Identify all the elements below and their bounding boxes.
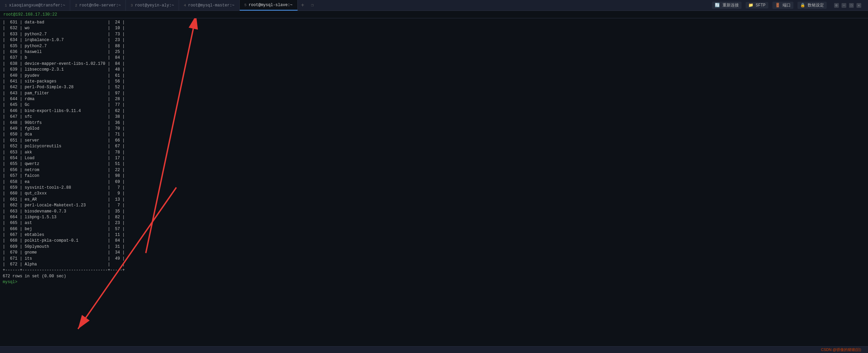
table-row: | 660 | qut_c3xxx | 9 | <box>0 191 868 197</box>
tab-number: 4 <box>184 3 186 7</box>
window-button[interactable]: ❐ <box>308 3 317 8</box>
table-row: | 652 | policycoreutils | 67 | <box>0 144 868 149</box>
table-row: | 633 | python2.7 | 73 | <box>0 32 868 37</box>
tab-5[interactable]: 5root@mysql-slave:~ <box>240 0 298 11</box>
table-separator-bottom: +------+--------------------------------… <box>0 267 868 273</box>
reconnect-button[interactable]: 🔄 🔄 重新连接重新连接 <box>712 2 741 9</box>
settings2-button[interactable]: 🔒 数铭设定 <box>797 2 827 9</box>
tab-4[interactable]: 4root@mysql-master:~ <box>179 0 239 11</box>
table-row: | 657 | falcon | 98 | <box>0 173 868 179</box>
table-row: | 632 | wo | 10 | <box>0 25 868 31</box>
table-row: | 639 | libseccomp-2.3.1 | 48 | <box>0 67 868 73</box>
table-row: | 649 | fgGIod | 70 | <box>0 126 868 132</box>
table-row: | 667 | ebtables | 11 | <box>0 232 868 238</box>
tabs-area: 1xiaoqiangxue@transfer:~2root@n9e-server… <box>0 0 712 11</box>
csdn-badge: CSDN @骄傲的猪猪(旧) <box>821 347 861 352</box>
table-row: | 640 | pyudev | 61 | <box>0 73 868 79</box>
table-row: | 646 | bind-export-libs-9.11.4 | 62 | <box>0 108 868 114</box>
table-row: | 650 | dca | 71 | <box>0 132 868 137</box>
table-row: | 654 | Load | 17 | <box>0 155 868 161</box>
prompt-line[interactable]: mysql> <box>0 279 868 285</box>
close-button[interactable]: ✕ <box>856 3 861 8</box>
table-row: | 648 | 90btrfs | 36 | <box>0 120 868 126</box>
settings-button[interactable]: ⚙ <box>834 3 839 8</box>
table-row: | 664 | libpng-1.5.13 | 82 | <box>0 215 868 220</box>
table-row: | 671 | its | 49 | <box>0 256 868 262</box>
tab-3[interactable]: 3root@yeyin-aly:~ <box>126 0 179 11</box>
table-row: | 656 | netrom | 22 | <box>0 167 868 173</box>
table-row: | 659 | sysvinit-tools-2.88 | 7 | <box>0 185 868 191</box>
table-row: | 663 | biosdevname-0.7.3 | 35 | <box>0 209 868 215</box>
table-row: | 647 | sfc | 38 | <box>0 114 868 120</box>
table-row: | 666 | bej | 57 | <box>0 226 868 232</box>
table-row: | 641 | site-packages | 56 | <box>0 79 868 85</box>
tab-2[interactable]: 2root@n9e-server:~ <box>70 0 126 11</box>
table-row: | 670 | gnome | 34 | <box>0 250 868 256</box>
table-row: | 658 | ea | 69 | <box>0 179 868 185</box>
table-row: | 662 | perl-Locale-Maketext-1.23 | 7 | <box>0 203 868 208</box>
minimize-button[interactable]: — <box>842 3 846 8</box>
tab-label: root@mysql-master:~ <box>188 3 235 8</box>
table-row: | 668 | polkit-pkla-compat-0.1 | 84 | <box>0 238 868 244</box>
table-row: | 669 | 50plymouth | 31 | <box>0 244 868 250</box>
table-row: | 672 | Alpha | | <box>0 262 868 267</box>
add-tab-button[interactable]: + <box>298 0 308 11</box>
title-bar-right: 🔄 🔄 重新连接重新连接 📁 SFTP 🚪 端口 🔒 数铭设定 ⚙ — ❐ ✕ <box>712 2 868 9</box>
session-bar: root@192.168.17.130:22 <box>0 11 868 18</box>
maximize-button[interactable]: ❐ <box>849 3 854 8</box>
tab-label: xiaoqiangxue@transfer:~ <box>9 3 65 8</box>
table-row: | 645 | Gc | 77 | <box>0 102 868 108</box>
terminal-content[interactable]: | 631 | data-bad | 24 || 632 | wo | 10 |… <box>0 18 868 346</box>
tab-number: 5 <box>244 3 247 7</box>
tab-number: 2 <box>75 3 77 7</box>
table-row: | 643 | pam_filter | 97 | <box>0 91 868 96</box>
table-row: | 665 | ast | 23 | <box>0 220 868 226</box>
session-label: root@192.168.17.130:22 <box>3 12 57 17</box>
title-bar: 1xiaoqiangxue@transfer:~2root@n9e-server… <box>0 0 868 11</box>
sftp-button[interactable]: 📁 SFTP <box>746 2 768 8</box>
window-controls: ⚙ — ❐ ✕ <box>834 3 861 8</box>
table-row: | 634 | irqbalance-1.0.7 | 23 | <box>0 37 868 43</box>
table-row: | 635 | python2.7 | 88 | <box>0 43 868 49</box>
table-row: | 638 | device-mapper-event-libs-1.02.17… <box>0 61 868 67</box>
table-row: | 631 | data-bad | 24 | <box>0 20 868 25</box>
tab-label: root@yeyin-aly:~ <box>135 3 174 8</box>
table-row: | 642 | perl-Pod-Simple-3.28 | 52 | <box>0 85 868 90</box>
tab-1[interactable]: 1xiaoqiangxue@transfer:~ <box>0 0 70 11</box>
result-line: 672 rows in set (0.00 sec) <box>0 274 868 279</box>
table-row: | 661 | es_AR | 13 | <box>0 197 868 203</box>
bottom-bar: CSDN @骄傲的猪猪(旧) <box>0 346 868 353</box>
tab-number: 3 <box>131 3 133 7</box>
table-row: | 637 | b | 84 | <box>0 55 868 61</box>
tab-number: 1 <box>5 3 7 7</box>
table-row: | 655 | qwertz | 51 | <box>0 161 868 167</box>
table-row: | 651 | server | 66 | <box>0 138 868 144</box>
table-row: | 636 | haswell | 25 | <box>0 49 868 55</box>
table-row: | 644 | rdma | 28 | <box>0 96 868 102</box>
table-row: | 653 | akk | 78 | <box>0 150 868 155</box>
tab-label: root@mysql-slave:~ <box>249 3 293 7</box>
tab-label: root@n9e-server:~ <box>79 3 121 8</box>
terminal-rows: | 631 | data-bad | 24 || 632 | wo | 10 |… <box>0 20 868 285</box>
port-button[interactable]: 🚪 端口 <box>772 2 793 9</box>
